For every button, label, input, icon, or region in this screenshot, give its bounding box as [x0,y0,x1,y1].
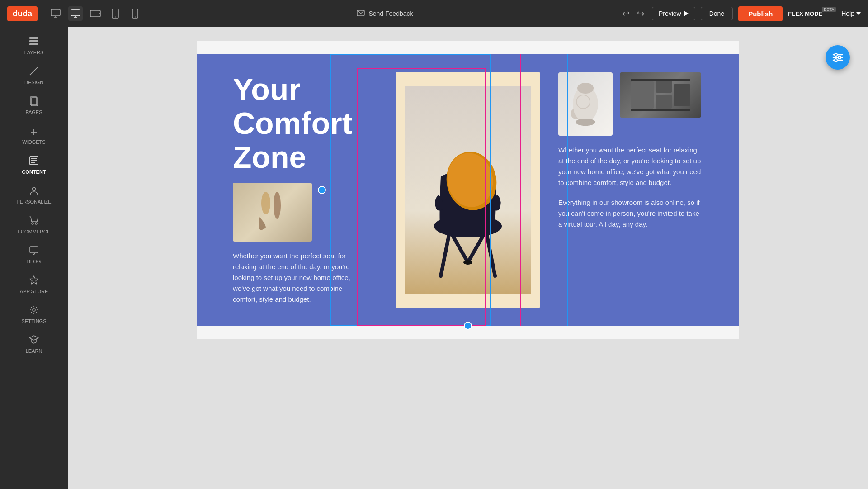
preview-label: Preview [659,10,681,17]
beta-badge: BETA [822,7,836,12]
svg-rect-58 [631,79,690,81]
sidebar-label-widgets: WIDGETS [22,139,45,145]
center-column [396,72,540,308]
toolbar-center: Send Feedback [157,10,613,17]
personalize-icon [29,185,39,197]
layers-icon [28,36,39,48]
sidebar-label-pages: PAGES [25,109,42,115]
sidebar-item-design[interactable]: DESIGN [0,62,68,90]
svg-marker-13 [684,11,689,16]
svg-point-52 [576,119,595,126]
ecommerce-icon [29,215,39,227]
sidebar-label-ecommerce: ECOMMERCE [18,229,51,234]
device-tv-icon[interactable] [48,6,63,21]
svg-line-19 [36,67,38,69]
svg-point-38 [835,59,837,62]
app-logo[interactable]: duda [7,6,38,21]
svg-point-9 [115,17,116,18]
preview-button[interactable]: Preview [652,7,695,20]
svg-rect-54 [631,81,654,109]
redo-button[interactable]: ↪ [635,6,646,21]
sidebar-label-layers: LAYERS [24,50,44,55]
sidebar-label-settings: SETTINGS [21,318,46,324]
svg-point-11 [135,17,136,18]
sidebar-item-app-store[interactable]: APP STORE [0,271,68,299]
device-selector [48,6,142,21]
hero-title: Your Comfort Zone [233,72,377,174]
svg-rect-17 [29,43,38,45]
flex-mode-label: FLEX MODE [788,10,822,17]
svg-line-18 [31,69,36,74]
svg-rect-57 [674,84,690,106]
device-tablet-landscape-icon[interactable] [88,6,103,21]
toolbar: duda Send Feedback ↩ ↪ [0,0,868,27]
sidebar: LAYERS DESIGN PAGES + WIDGETS CONTENT [0,27,68,489]
flex-mode-container: FLEX MODE BETA [788,10,836,17]
publish-button[interactable]: Publish [738,6,783,21]
svg-point-29 [35,223,37,224]
right-text-p1: Whether you want the perfect seat for re… [558,145,703,188]
top-gray-bar [197,41,739,54]
svg-point-39 [261,192,270,214]
svg-rect-55 [656,79,672,93]
design-icon [29,66,39,78]
help-button[interactable]: Help [841,10,861,17]
sidebar-label-design: DESIGN [24,80,43,85]
main-area: LAYERS DESIGN PAGES + WIDGETS CONTENT [0,27,868,489]
sidebar-item-layers[interactable]: LAYERS [0,32,68,60]
pages-icon [29,96,39,108]
sidebar-item-widgets[interactable]: + WIDGETS [0,121,68,149]
undo-redo-group: ↩ ↪ [620,6,646,21]
svg-rect-30 [30,247,38,253]
svg-point-28 [32,223,33,224]
device-mobile-icon[interactable] [128,6,142,21]
sidebar-item-pages[interactable]: PAGES [0,91,68,119]
svg-rect-0 [51,9,60,16]
vase-image[interactable] [558,72,613,136]
svg-point-36 [835,53,837,56]
learn-icon [29,335,39,347]
device-tablet-portrait-icon[interactable] [108,6,123,21]
sidebar-label-blog: BLOG [27,259,41,264]
svg-rect-15 [29,37,38,39]
svg-rect-6 [90,10,100,17]
sidebar-item-content[interactable]: CONTENT [0,151,68,179]
svg-point-27 [32,187,36,191]
canvas-container: Your Comfort Zone Whether you want the p… [197,41,739,339]
sidebar-item-settings[interactable]: SETTINGS [0,300,68,328]
done-button[interactable]: Done [701,7,733,20]
svg-point-31 [33,309,35,311]
content-icon [29,156,39,167]
main-chair-image[interactable] [396,72,540,308]
right-text-block: Whether you want the perfect seat for re… [558,145,703,230]
sidebar-label-learn: LEARN [26,348,42,354]
canvas-wrapper: Your Comfort Zone Whether you want the p… [68,27,868,489]
send-feedback-label: Send Feedback [368,10,413,17]
help-label: Help [841,10,854,17]
svg-point-51 [577,83,594,94]
sidebar-item-learn[interactable]: LEARN [0,330,68,358]
bottom-drag-handle[interactable] [464,322,472,330]
undo-button[interactable]: ↩ [620,6,632,21]
sidebar-item-blog[interactable]: BLOG [0,241,68,269]
shelf-image[interactable] [620,72,701,118]
svg-point-37 [838,56,841,59]
sidebar-label-app-store: APP STORE [20,289,48,294]
right-column: Whether you want the perfect seat for re… [558,72,703,308]
settings-fab-button[interactable] [826,45,850,70]
left-drag-handle[interactable] [318,186,326,194]
right-images-row [558,72,703,136]
website-section: Your Comfort Zone Whether you want the p… [197,54,739,326]
svg-rect-3 [71,10,80,16]
blog-icon [29,245,39,257]
small-image-placeholder [233,183,312,242]
widgets-icon: + [30,126,37,138]
svg-point-7 [99,13,100,14]
publish-label: Publish [748,10,773,18]
sidebar-item-ecommerce[interactable]: ECOMMERCE [0,211,68,239]
device-desktop-icon[interactable] [68,6,83,21]
small-image[interactable] [233,183,312,242]
send-feedback-button[interactable]: Send Feedback [357,10,413,17]
left-column: Your Comfort Zone Whether you want the p… [233,72,377,308]
sidebar-item-personalize[interactable]: PERSONALIZE [0,181,68,209]
